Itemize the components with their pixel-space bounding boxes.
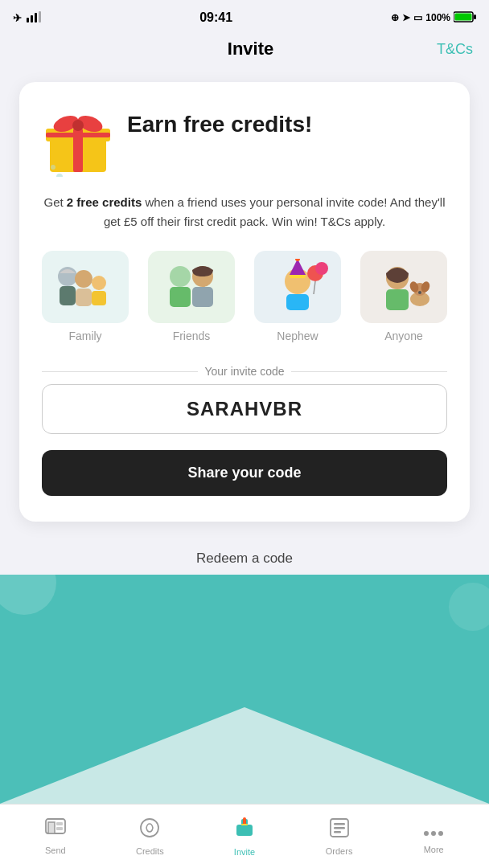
svg-rect-42 [56,827,63,830]
share-code-button[interactable]: Share your code [42,450,447,496]
family-label: Family [68,330,101,342]
gift-icon [42,104,114,177]
svg-rect-50 [334,827,345,829]
svg-rect-47 [241,824,248,825]
page-title: Invite [228,39,273,59]
status-time: 09:41 [199,10,232,25]
battery-percent: 100% [425,12,450,23]
svg-rect-19 [76,289,92,306]
svg-point-53 [431,831,436,836]
invite-code-value: SARAHVBR [42,384,447,434]
svg-point-18 [75,270,92,288]
card-description: Get 2 free credits when a friend uses yo… [42,193,447,231]
nephew-avatar-image [254,251,341,323]
svg-rect-49 [334,823,345,825]
invite-code-label: Your invite code [42,365,447,378]
svg-line-32 [314,281,315,294]
airplane-icon: ✈ [13,12,22,24]
svg-rect-27 [286,294,309,310]
invite-card: Earn free credits! Get 2 free credits wh… [19,82,470,522]
svg-point-20 [92,276,106,290]
diamond-shape [0,707,489,804]
more-label: More [424,845,444,854]
svg-point-29 [295,259,300,261]
avatar-friends: Friends [148,251,235,342]
send-icon [45,818,66,842]
anyone-avatar-image [360,251,447,323]
avatar-anyone: Anyone [360,251,447,342]
svg-rect-28 [290,275,306,278]
friends-avatar-image [148,251,235,323]
orders-icon [329,817,350,843]
svg-point-43 [141,819,158,837]
battery-icon [454,11,476,25]
svg-rect-1 [31,15,33,23]
avatar-nephew: Nephew [254,251,341,342]
credits-label: Credits [136,846,164,856]
svg-point-13 [72,120,84,131]
svg-rect-44 [236,825,253,836]
svg-rect-23 [170,287,191,307]
svg-rect-34 [386,289,409,310]
svg-rect-3 [39,11,41,23]
friends-label: Friends [173,330,211,342]
tcs-link[interactable]: T&Cs [437,41,473,58]
invite-icon [233,817,256,844]
family-avatar-image [42,251,129,323]
svg-rect-17 [60,286,76,305]
signal-icon [27,11,41,25]
navigation-icon: ➤ [402,12,410,23]
more-icon [423,819,444,841]
bottom-nav: Send Credits Invite [0,804,489,868]
location-icon: ⊕ [391,12,399,23]
svg-rect-10 [46,133,110,137]
svg-rect-6 [474,14,476,19]
redeem-link[interactable]: Redeem a code [196,551,293,566]
invite-label: Invite [234,847,255,857]
svg-rect-41 [56,822,63,825]
svg-point-39 [418,291,421,294]
screen-icon: ▭ [413,12,422,23]
svg-point-14 [56,174,63,177]
svg-point-52 [424,831,429,836]
avatar-family: Family [42,251,129,342]
svg-rect-25 [192,287,213,307]
orders-label: Orders [326,846,353,856]
nephew-label: Nephew [277,330,318,342]
svg-rect-2 [35,13,37,23]
teal-section [0,575,489,804]
svg-rect-5 [455,13,472,20]
credits-icon [139,817,160,843]
svg-point-54 [438,831,443,836]
svg-rect-0 [27,18,29,23]
card-header: Earn free credits! [42,104,447,177]
nav-item-credits[interactable]: Credits [103,817,198,856]
send-label: Send [45,845,66,855]
main-content: Earn free credits! Get 2 free credits wh… [0,69,489,804]
svg-rect-21 [92,291,106,305]
svg-point-22 [170,266,191,287]
nav-item-invite[interactable]: Invite [197,817,292,857]
card-headline: Earn free credits! [127,104,312,138]
nav-bar: Invite T&Cs [0,32,489,69]
status-bar: ✈ 09:41 ⊕ ➤ ▭ 100% [0,0,489,32]
nav-item-orders[interactable]: Orders [292,817,387,856]
redeem-area: Redeem a code [0,534,489,575]
status-right: ⊕ ➤ ▭ 100% [391,11,476,25]
invite-code-section: Your invite code SARAHVBR [42,365,447,434]
nav-item-send[interactable]: Send [8,818,103,855]
svg-rect-51 [334,831,341,833]
svg-point-15 [51,165,55,170]
avatars-row: Family Friends [42,251,447,342]
status-left: ✈ [13,11,41,25]
nav-item-more[interactable]: More [386,819,481,854]
anyone-label: Anyone [384,330,422,342]
svg-point-31 [315,262,328,275]
